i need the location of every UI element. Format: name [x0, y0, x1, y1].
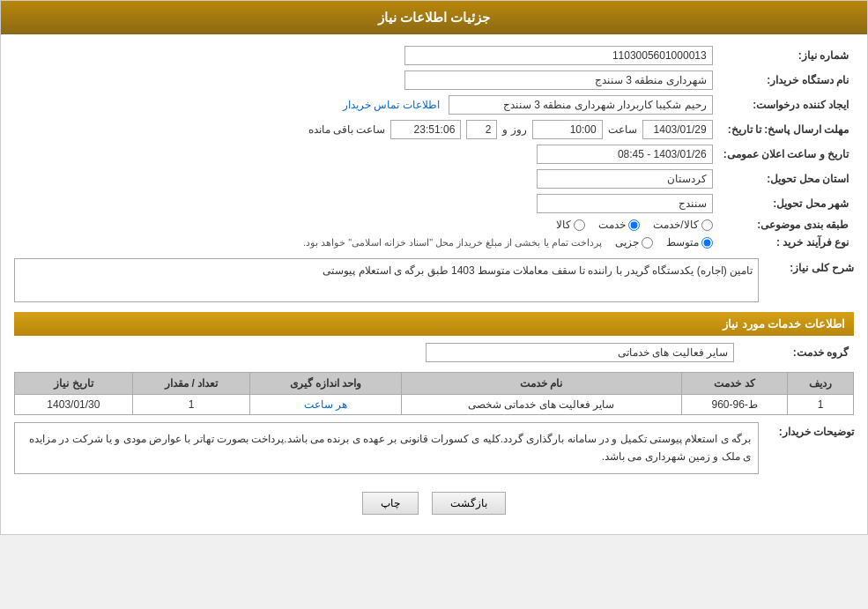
radio-kala-input[interactable]	[574, 219, 585, 231]
radio-kala[interactable]: کالا	[556, 219, 585, 231]
announce-value: 1403/01/26 - 08:45	[14, 142, 718, 167]
province-label: استان محل تحویل:	[718, 167, 854, 191]
service-group-label: گروه خدمت:	[739, 340, 854, 365]
radio-khedmat-label: خدمت	[598, 219, 626, 231]
purchase-type-note: پرداخت تمام یا بخشی از مبلغ خریداز محل "…	[303, 237, 602, 249]
province-value: کردستان	[14, 167, 718, 191]
button-row: بازگشت چاپ	[14, 481, 854, 525]
deadline-remaining-label: ساعت باقی مانده	[308, 123, 386, 136]
cell-unit: هر ساعت	[250, 395, 401, 415]
purchase-type-label: نوع فرآیند خرید :	[718, 234, 854, 251]
requester-row: ایجاد کننده درخواست: رحیم شکیبا کاربردار…	[14, 93, 854, 117]
announce-field: 1403/01/26 - 08:45	[537, 145, 713, 164]
need-number-field: 1103005601000013	[404, 46, 713, 65]
services-table: ردیف کد خدمت نام خدمت واحد اندازه گیری ت…	[14, 372, 854, 415]
description-container: تامین (اجاره) یکدستگاه گریدر با راننده ت…	[14, 258, 759, 305]
description-textarea[interactable]: تامین (اجاره) یکدستگاه گریدر با راننده ت…	[14, 258, 759, 302]
service-group-row: گروه خدمت: سایر فعالیت های خدماتی	[14, 340, 854, 365]
buyer-org-field: شهرداری منطقه 3 سنندج	[404, 71, 713, 90]
service-group-value: سایر فعالیت های خدماتی	[14, 340, 739, 365]
buyer-org-row: نام دستگاه خریدار: شهرداری منطقه 3 سنندج	[14, 68, 854, 93]
requester-link[interactable]: اطلاعات تماس خریدار	[343, 99, 440, 111]
col-row-num: ردیف	[788, 373, 854, 395]
table-row: 1 ط-96-960 سایر فعالیت های خدماتی شخصی ه…	[15, 395, 854, 415]
purchase-type-value: متوسط جزیی پرداخت تمام یا بخشی از مبلغ خ…	[14, 234, 718, 251]
requester-label: ایجاد کننده درخواست:	[718, 93, 854, 117]
need-number-label: شماره نیاز:	[718, 43, 854, 68]
deadline-remaining-field: 23:51:06	[390, 120, 461, 139]
category-label: طبقه بندی موضوعی:	[718, 216, 854, 234]
services-table-header-row: ردیف کد خدمت نام خدمت واحد اندازه گیری ت…	[15, 373, 854, 395]
back-button[interactable]: بازگشت	[432, 492, 506, 515]
cell-quantity: 1	[132, 395, 250, 415]
deadline-time-field: 10:00	[532, 120, 603, 139]
announce-label: تاریخ و ساعت اعلان عمومی:	[718, 142, 854, 167]
category-radio-group: کالا/خدمت خدمت کالا	[19, 219, 713, 231]
deadline-days-field: 2	[466, 120, 497, 139]
radio-motavasset-label: متوسط	[666, 236, 699, 249]
col-date: تاریخ نیاز	[15, 373, 133, 395]
buyer-notes-label: توضیحات خریدار:	[766, 422, 854, 438]
deadline-date-field: 1403/01/29	[642, 120, 713, 139]
cell-service-code: ط-96-960	[681, 395, 787, 415]
deadline-date-row: 1403/01/29 ساعت 10:00 روز و 2 23:51:06 س…	[19, 120, 713, 139]
radio-jozei-input[interactable]	[642, 237, 653, 249]
purchase-type-container: متوسط جزیی پرداخت تمام یا بخشی از مبلغ خ…	[19, 236, 713, 249]
radio-kala-khedmat-label: کالا/خدمت	[653, 219, 698, 231]
purchase-type-row: نوع فرآیند خرید : متوسط جزیی	[14, 234, 854, 251]
buyer-notes-container: برگه ی استعلام پیوستی تکمیل و در سامانه …	[14, 422, 759, 474]
radio-jozei-label: جزیی	[615, 236, 639, 249]
deadline-days-label: روز و	[502, 123, 526, 136]
service-group-field: سایر فعالیت های خدماتی	[426, 343, 734, 362]
services-table-head: ردیف کد خدمت نام خدمت واحد اندازه گیری ت…	[15, 373, 854, 395]
print-button[interactable]: چاپ	[362, 492, 419, 515]
col-unit: واحد اندازه گیری	[250, 373, 401, 395]
page-wrapper: جزئیات اطلاعات نیاز شماره نیاز: 11030056…	[0, 0, 868, 535]
cell-row-num: 1	[788, 395, 854, 415]
radio-motavasset[interactable]: متوسط	[666, 236, 713, 249]
description-label: شرح کلی نیاز:	[766, 258, 854, 274]
services-table-body: 1 ط-96-960 سایر فعالیت های خدماتی شخصی ه…	[15, 395, 854, 415]
province-field: کردستان	[537, 169, 713, 189]
city-label: شهر محل تحویل:	[718, 191, 854, 216]
radio-kala-khedmat[interactable]: کالا/خدمت	[653, 219, 712, 231]
services-section-header: اطلاعات خدمات مورد نیاز	[14, 312, 854, 336]
content-area: شماره نیاز: 1103005601000013 نام دستگاه …	[1, 34, 867, 534]
category-value: کالا/خدمت خدمت کالا	[14, 216, 718, 234]
buyer-notes-text: برگه ی استعلام پیوستی تکمیل و در سامانه …	[14, 422, 759, 474]
deadline-label: مهلت ارسال پاسخ: تا تاریخ:	[718, 117, 854, 142]
col-quantity: تعداد / مقدار	[132, 373, 250, 395]
buyer-org-value: شهرداری منطقه 3 سنندج	[14, 68, 718, 93]
need-number-value: 1103005601000013	[14, 43, 718, 68]
radio-motavasset-input[interactable]	[701, 237, 713, 249]
info-table: شماره نیاز: 1103005601000013 نام دستگاه …	[14, 43, 854, 251]
category-row: طبقه بندی موضوعی: کالا/خدمت خدمت	[14, 216, 854, 234]
description-section: شرح کلی نیاز: تامین (اجاره) یکدستگاه گری…	[14, 258, 854, 305]
col-service-name: نام خدمت	[401, 373, 681, 395]
page-header: جزئیات اطلاعات نیاز	[1, 1, 867, 34]
buyer-org-label: نام دستگاه خریدار:	[718, 68, 854, 93]
city-value: سنندج	[14, 191, 718, 216]
radio-khedmat-input[interactable]	[628, 219, 640, 231]
purchase-type-radio-group: متوسط جزیی	[615, 236, 713, 249]
service-group-table: گروه خدمت: سایر فعالیت های خدماتی	[14, 340, 854, 365]
buyer-notes-section: توضیحات خریدار: برگه ی استعلام پیوستی تک…	[14, 422, 854, 474]
deadline-row: مهلت ارسال پاسخ: تا تاریخ: 1403/01/29 سا…	[14, 117, 854, 142]
city-row: شهر محل تحویل: سنندج	[14, 191, 854, 216]
announce-row: تاریخ و ساعت اعلان عمومی: 1403/01/26 - 0…	[14, 142, 854, 167]
city-field: سنندج	[537, 194, 713, 213]
radio-jozei[interactable]: جزیی	[615, 236, 653, 249]
col-service-code: کد خدمت	[681, 373, 787, 395]
radio-kala-khedmat-input[interactable]	[701, 219, 713, 231]
cell-date: 1403/01/30	[15, 395, 133, 415]
radio-khedmat[interactable]: خدمت	[598, 219, 640, 231]
need-number-row: شماره نیاز: 1103005601000013	[14, 43, 854, 68]
deadline-value: 1403/01/29 ساعت 10:00 روز و 2 23:51:06 س…	[14, 117, 718, 142]
requester-field: رحیم شکیبا کاربردار شهرداری منطقه 3 سنند…	[449, 95, 713, 115]
page-title: جزئیات اطلاعات نیاز	[378, 10, 490, 25]
deadline-time-label: ساعت	[608, 123, 637, 136]
radio-kala-label: کالا	[556, 219, 571, 231]
province-row: استان محل تحویل: کردستان	[14, 167, 854, 191]
cell-service-name: سایر فعالیت های خدماتی شخصی	[401, 395, 681, 415]
requester-value: رحیم شکیبا کاربردار شهرداری منطقه 3 سنند…	[14, 93, 718, 117]
